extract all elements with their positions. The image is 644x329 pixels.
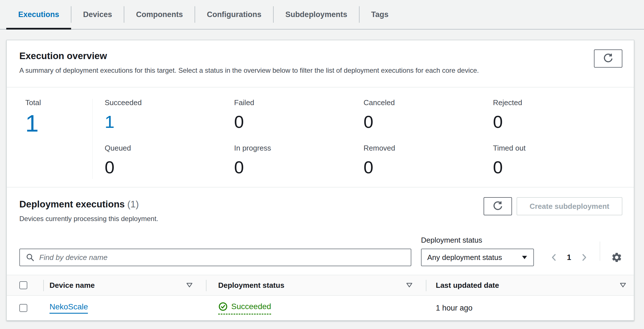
stat-timed-out: Timed out 0 bbox=[493, 143, 622, 180]
stat-failed-value: 0 bbox=[234, 109, 364, 135]
stat-removed: Removed 0 bbox=[364, 143, 493, 180]
stats-grid: Succeeded 1 Failed 0 Canceled 0 Rejected… bbox=[105, 98, 622, 180]
device-search-box bbox=[19, 249, 411, 266]
sort-icon bbox=[620, 282, 626, 288]
stat-rejected-value: 0 bbox=[493, 109, 622, 135]
refresh-overview-button[interactable] bbox=[594, 49, 622, 68]
deployment-status-cell: Succeeded bbox=[206, 302, 426, 315]
chevron-left-icon bbox=[549, 253, 559, 262]
tab-configurations[interactable]: Configurations bbox=[195, 0, 273, 29]
device-name-cell: NekoScale bbox=[43, 302, 206, 314]
device-name-link[interactable]: NekoScale bbox=[49, 302, 88, 314]
sort-icon bbox=[406, 282, 413, 288]
gear-icon bbox=[611, 252, 622, 263]
deployment-executions-count: (1) bbox=[127, 199, 139, 209]
tab-tags[interactable]: Tags bbox=[359, 0, 401, 29]
stat-queued-value: 0 bbox=[105, 155, 234, 180]
tab-subdeployments[interactable]: Subdeployments bbox=[273, 0, 359, 29]
executions-card: Execution overview A summary of deployme… bbox=[6, 40, 634, 321]
refresh-table-button[interactable] bbox=[484, 197, 512, 215]
caret-down-icon bbox=[521, 254, 528, 261]
table-filter-row: Deployment status Any deployment status … bbox=[7, 223, 634, 275]
column-header-deployment-status[interactable]: Deployment status bbox=[206, 275, 426, 295]
table-settings-button[interactable] bbox=[611, 249, 622, 266]
check-circle-icon bbox=[218, 302, 228, 311]
stat-total-label: Total bbox=[25, 98, 92, 107]
search-icon bbox=[26, 253, 35, 262]
table-header-row: Device name Deployment status Last updat… bbox=[7, 275, 634, 296]
stat-in-progress-value: 0 bbox=[234, 155, 364, 180]
column-header-last-updated[interactable]: Last updated date bbox=[426, 275, 634, 295]
table-row: NekoScale Succeeded 1 hour ago bbox=[7, 296, 634, 320]
stat-canceled: Canceled 0 bbox=[364, 98, 493, 135]
execution-overview-header: Execution overview A summary of deployme… bbox=[7, 40, 634, 88]
deployment-executions-table: Device name Deployment status Last updat… bbox=[7, 275, 634, 320]
next-page-button[interactable] bbox=[579, 253, 589, 262]
column-header-device-name[interactable]: Device name bbox=[43, 275, 206, 295]
last-updated-cell: 1 hour ago bbox=[426, 304, 634, 313]
stat-in-progress: In progress 0 bbox=[234, 143, 364, 180]
deployment-executions-actions: Create subdeployment bbox=[484, 197, 622, 215]
execution-stats: Total 1 Succeeded 1 Failed 0 Canceled 0 … bbox=[7, 88, 634, 188]
stat-succeeded: Succeeded 1 bbox=[105, 98, 234, 135]
row-select-cell bbox=[7, 304, 43, 312]
stat-total-value: 1 bbox=[25, 109, 92, 138]
device-search-input[interactable] bbox=[39, 253, 405, 262]
refresh-icon bbox=[492, 201, 503, 212]
deployment-executions-header: Deployment executions (1) Devices curren… bbox=[7, 188, 634, 223]
tab-executions[interactable]: Executions bbox=[6, 0, 71, 29]
current-page-number[interactable]: 1 bbox=[567, 253, 571, 262]
select-all-cell bbox=[7, 281, 43, 289]
row-checkbox[interactable] bbox=[19, 304, 27, 312]
tabs-bar: Executions Devices Components Configurat… bbox=[0, 0, 644, 30]
stat-failed: Failed 0 bbox=[234, 98, 364, 135]
status-badge[interactable]: Succeeded bbox=[218, 302, 271, 315]
stat-removed-value: 0 bbox=[364, 155, 493, 180]
stat-timed-out-value: 0 bbox=[493, 155, 622, 180]
create-subdeployment-button[interactable]: Create subdeployment bbox=[517, 197, 622, 215]
tab-devices[interactable]: Devices bbox=[71, 0, 124, 29]
tab-components[interactable]: Components bbox=[124, 0, 195, 29]
filter-row-divider bbox=[600, 241, 600, 261]
deployment-status-filter-label: Deployment status bbox=[421, 236, 534, 245]
stat-queued: Queued 0 bbox=[105, 143, 234, 180]
refresh-icon bbox=[602, 53, 614, 64]
previous-page-button[interactable] bbox=[549, 253, 559, 262]
select-all-checkbox[interactable] bbox=[19, 281, 27, 289]
chevron-right-icon bbox=[579, 253, 589, 262]
deployment-status-filter: Deployment status Any deployment status bbox=[421, 236, 534, 266]
deployment-status-select[interactable]: Any deployment status bbox=[421, 249, 534, 266]
sort-icon bbox=[186, 282, 193, 288]
stats-divider bbox=[92, 99, 93, 179]
stat-total: Total 1 bbox=[25, 98, 92, 180]
stat-canceled-value: 0 bbox=[364, 109, 493, 135]
execution-overview-title: Execution overview bbox=[19, 51, 622, 61]
deployment-executions-description: Devices currently processing this deploy… bbox=[19, 215, 622, 223]
stat-rejected: Rejected 0 bbox=[493, 98, 622, 135]
execution-overview-description: A summary of deployment executions for t… bbox=[19, 66, 622, 74]
stat-succeeded-value[interactable]: 1 bbox=[105, 109, 234, 135]
pagination: 1 bbox=[549, 249, 589, 266]
